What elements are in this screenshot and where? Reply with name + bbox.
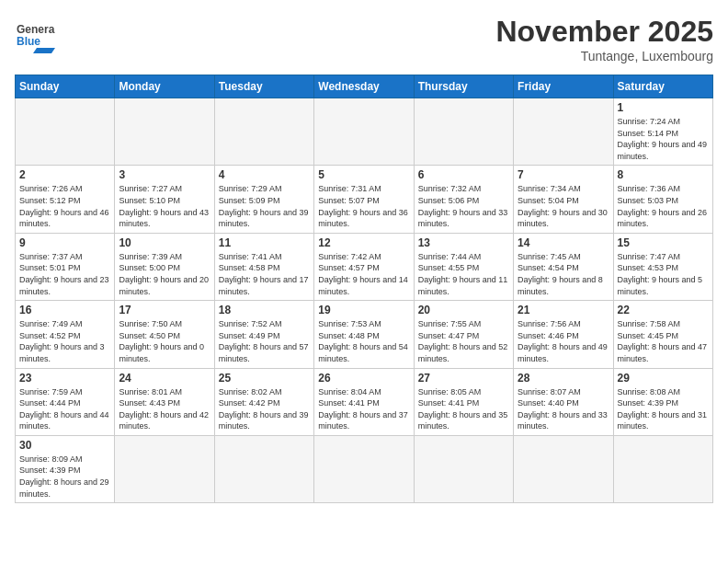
calendar-cell: 6Sunrise: 7:32 AM Sunset: 5:06 PM Daylig… xyxy=(414,166,513,233)
title-block: November 2025 Tuntange, Luxembourg xyxy=(495,15,713,63)
calendar-cell xyxy=(314,98,414,166)
calendar-cell: 2Sunrise: 7:26 AM Sunset: 5:12 PM Daylig… xyxy=(16,166,115,233)
col-header-monday: Monday xyxy=(115,75,214,98)
day-info: Sunrise: 7:55 AM Sunset: 4:47 PM Dayligh… xyxy=(418,318,509,364)
day-info: Sunrise: 7:31 AM Sunset: 5:07 PM Dayligh… xyxy=(318,183,409,229)
calendar-cell: 12Sunrise: 7:42 AM Sunset: 4:57 PM Dayli… xyxy=(314,233,414,300)
calendar-cell xyxy=(414,98,513,166)
day-info: Sunrise: 7:39 AM Sunset: 5:00 PM Dayligh… xyxy=(119,251,210,297)
calendar-cell: 13Sunrise: 7:44 AM Sunset: 4:55 PM Dayli… xyxy=(414,233,513,300)
calendar-cell: 20Sunrise: 7:55 AM Sunset: 4:47 PM Dayli… xyxy=(414,301,513,368)
calendar-cell: 10Sunrise: 7:39 AM Sunset: 5:00 PM Dayli… xyxy=(115,233,214,300)
calendar-cell: 8Sunrise: 7:36 AM Sunset: 5:03 PM Daylig… xyxy=(613,166,712,233)
day-info: Sunrise: 7:59 AM Sunset: 4:44 PM Dayligh… xyxy=(19,386,110,432)
day-info: Sunrise: 7:52 AM Sunset: 4:49 PM Dayligh… xyxy=(219,318,310,364)
calendar-cell: 19Sunrise: 7:53 AM Sunset: 4:48 PM Dayli… xyxy=(314,301,414,368)
day-info: Sunrise: 7:37 AM Sunset: 5:01 PM Dayligh… xyxy=(19,251,110,297)
calendar-week-row: 1Sunrise: 7:24 AM Sunset: 5:14 PM Daylig… xyxy=(16,98,713,166)
day-number: 10 xyxy=(119,236,210,249)
calendar-cell: 27Sunrise: 8:05 AM Sunset: 4:41 PM Dayli… xyxy=(414,368,513,435)
day-number: 3 xyxy=(119,168,210,181)
day-number: 19 xyxy=(318,304,409,316)
day-info: Sunrise: 7:44 AM Sunset: 4:55 PM Dayligh… xyxy=(418,251,509,297)
day-info: Sunrise: 8:02 AM Sunset: 4:42 PM Dayligh… xyxy=(219,386,310,432)
day-info: Sunrise: 7:58 AM Sunset: 4:45 PM Dayligh… xyxy=(618,318,709,364)
day-info: Sunrise: 8:05 AM Sunset: 4:41 PM Dayligh… xyxy=(418,386,509,432)
calendar-cell xyxy=(214,435,313,502)
calendar-cell: 3Sunrise: 7:27 AM Sunset: 5:10 PM Daylig… xyxy=(115,166,214,233)
calendar-cell xyxy=(414,435,513,502)
day-number: 13 xyxy=(418,236,509,249)
calendar-cell xyxy=(514,98,613,166)
page-header: General Blue November 2025 Tuntange, Lux… xyxy=(15,15,713,63)
calendar-cell: 24Sunrise: 8:01 AM Sunset: 4:43 PM Dayli… xyxy=(115,368,214,435)
day-number: 1 xyxy=(618,101,709,114)
calendar-cell xyxy=(514,435,613,502)
day-number: 7 xyxy=(518,168,609,181)
calendar-cell: 30Sunrise: 8:09 AM Sunset: 4:39 PM Dayli… xyxy=(16,435,115,502)
day-info: Sunrise: 8:09 AM Sunset: 4:39 PM Dayligh… xyxy=(19,454,110,500)
calendar-cell: 29Sunrise: 8:08 AM Sunset: 4:39 PM Dayli… xyxy=(613,368,712,435)
col-header-wednesday: Wednesday xyxy=(314,75,414,98)
day-info: Sunrise: 7:56 AM Sunset: 4:46 PM Dayligh… xyxy=(518,318,609,364)
day-info: Sunrise: 8:08 AM Sunset: 4:39 PM Dayligh… xyxy=(618,386,709,432)
day-number: 30 xyxy=(19,439,110,452)
calendar-cell xyxy=(214,98,313,166)
calendar-week-row: 30Sunrise: 8:09 AM Sunset: 4:39 PM Dayli… xyxy=(16,435,713,502)
calendar-cell: 26Sunrise: 8:04 AM Sunset: 4:41 PM Dayli… xyxy=(314,368,414,435)
month-year-title: November 2025 xyxy=(495,15,713,49)
calendar-cell xyxy=(314,435,414,502)
day-info: Sunrise: 8:01 AM Sunset: 4:43 PM Dayligh… xyxy=(119,386,210,432)
calendar-cell: 21Sunrise: 7:56 AM Sunset: 4:46 PM Dayli… xyxy=(514,301,613,368)
calendar-week-row: 2Sunrise: 7:26 AM Sunset: 5:12 PM Daylig… xyxy=(16,166,713,233)
calendar-cell xyxy=(115,435,214,502)
calendar-cell: 5Sunrise: 7:31 AM Sunset: 5:07 PM Daylig… xyxy=(314,166,414,233)
day-number: 20 xyxy=(418,304,509,316)
calendar-cell: 22Sunrise: 7:58 AM Sunset: 4:45 PM Dayli… xyxy=(613,301,712,368)
day-info: Sunrise: 7:26 AM Sunset: 5:12 PM Dayligh… xyxy=(19,183,110,229)
calendar-week-row: 23Sunrise: 7:59 AM Sunset: 4:44 PM Dayli… xyxy=(16,368,713,435)
col-header-tuesday: Tuesday xyxy=(214,75,313,98)
day-number: 26 xyxy=(318,372,409,385)
day-info: Sunrise: 7:32 AM Sunset: 5:06 PM Dayligh… xyxy=(418,183,509,229)
calendar-cell: 4Sunrise: 7:29 AM Sunset: 5:09 PM Daylig… xyxy=(214,166,313,233)
day-number: 22 xyxy=(618,304,709,316)
day-number: 12 xyxy=(318,236,409,249)
day-number: 17 xyxy=(119,304,210,316)
day-number: 15 xyxy=(618,236,709,249)
day-info: Sunrise: 7:53 AM Sunset: 4:48 PM Dayligh… xyxy=(318,318,409,364)
calendar-cell: 23Sunrise: 7:59 AM Sunset: 4:44 PM Dayli… xyxy=(16,368,115,435)
calendar-week-row: 16Sunrise: 7:49 AM Sunset: 4:52 PM Dayli… xyxy=(16,301,713,368)
calendar-cell xyxy=(613,435,712,502)
svg-text:Blue: Blue xyxy=(17,35,40,48)
day-info: Sunrise: 7:49 AM Sunset: 4:52 PM Dayligh… xyxy=(19,318,110,364)
calendar-cell: 14Sunrise: 7:45 AM Sunset: 4:54 PM Dayli… xyxy=(514,233,613,300)
day-info: Sunrise: 7:24 AM Sunset: 5:14 PM Dayligh… xyxy=(618,116,709,162)
day-number: 24 xyxy=(119,372,210,385)
day-number: 28 xyxy=(518,372,609,385)
day-number: 27 xyxy=(418,372,509,385)
calendar-cell: 7Sunrise: 7:34 AM Sunset: 5:04 PM Daylig… xyxy=(514,166,613,233)
calendar-week-row: 9Sunrise: 7:37 AM Sunset: 5:01 PM Daylig… xyxy=(16,233,713,300)
day-number: 21 xyxy=(518,304,609,316)
day-number: 8 xyxy=(618,168,709,181)
calendar-cell: 1Sunrise: 7:24 AM Sunset: 5:14 PM Daylig… xyxy=(613,98,712,166)
calendar-cell: 11Sunrise: 7:41 AM Sunset: 4:58 PM Dayli… xyxy=(214,233,313,300)
day-info: Sunrise: 8:04 AM Sunset: 4:41 PM Dayligh… xyxy=(318,386,409,432)
day-info: Sunrise: 7:34 AM Sunset: 5:04 PM Dayligh… xyxy=(518,183,609,229)
col-header-sunday: Sunday xyxy=(16,75,115,98)
calendar-cell: 17Sunrise: 7:50 AM Sunset: 4:50 PM Dayli… xyxy=(115,301,214,368)
day-number: 4 xyxy=(219,168,310,181)
day-info: Sunrise: 7:45 AM Sunset: 4:54 PM Dayligh… xyxy=(518,251,609,297)
logo: General Blue xyxy=(15,15,55,55)
calendar-cell: 28Sunrise: 8:07 AM Sunset: 4:40 PM Dayli… xyxy=(514,368,613,435)
day-number: 5 xyxy=(318,168,409,181)
calendar-header-row: SundayMondayTuesdayWednesdayThursdayFrid… xyxy=(16,75,713,98)
day-number: 11 xyxy=(219,236,310,249)
col-header-saturday: Saturday xyxy=(613,75,712,98)
calendar-cell: 15Sunrise: 7:47 AM Sunset: 4:53 PM Dayli… xyxy=(613,233,712,300)
day-number: 23 xyxy=(19,372,110,385)
day-number: 9 xyxy=(19,236,110,249)
day-info: Sunrise: 8:07 AM Sunset: 4:40 PM Dayligh… xyxy=(518,386,609,432)
col-header-friday: Friday xyxy=(514,75,613,98)
